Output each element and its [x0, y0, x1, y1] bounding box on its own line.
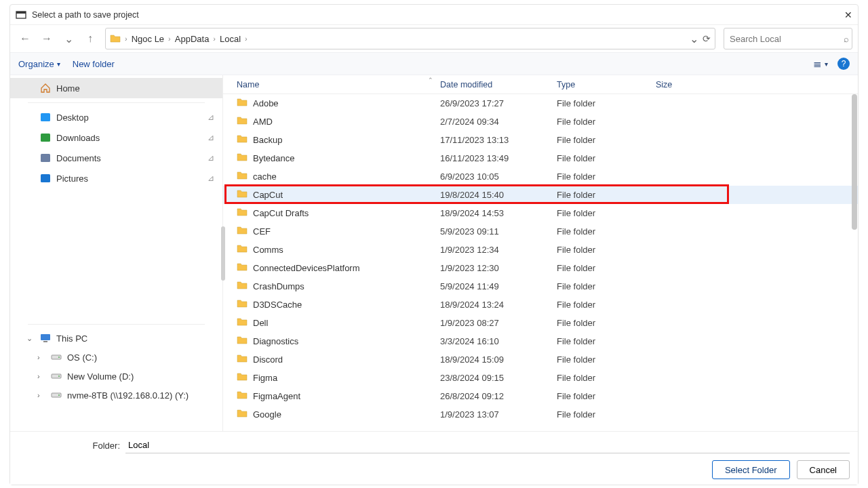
- pin-icon[interactable]: ⊿: [208, 153, 214, 163]
- file-date: 1/9/2023 13:07: [440, 409, 557, 420]
- expand-icon[interactable]: ›: [37, 372, 45, 380]
- file-type: File folder: [557, 336, 656, 346]
- column-date[interactable]: Date modified: [440, 80, 557, 89]
- tree-item-drive[interactable]: ›nvme-8TB (\\192.168.0.12) (Y:): [10, 386, 222, 405]
- file-row[interactable]: Dell1/9/2023 08:27File folder: [223, 314, 858, 332]
- file-row[interactable]: cache6/9/2023 10:05File folder: [223, 167, 858, 186]
- file-date: 2/7/2024 09:34: [440, 117, 557, 127]
- file-row[interactable]: FigmaAgent26/8/2024 09:12File folder: [223, 387, 858, 405]
- nav-toolbar: ← → ⌄ ↑ › Ngoc Le›AppData›Local› ⌄ ⟳ ⌕: [10, 25, 858, 52]
- nav-forward-button[interactable]: →: [37, 29, 56, 48]
- tree-item-drive[interactable]: ›New Volume (D:): [10, 367, 222, 386]
- tree-item-drive[interactable]: ›OS (C:): [10, 348, 222, 367]
- file-type: File folder: [557, 135, 656, 145]
- file-date: 18/9/2024 13:24: [440, 300, 557, 310]
- svg-rect-6: [41, 334, 50, 340]
- file-row[interactable]: CrashDumps5/9/2024 11:49File folder: [223, 277, 858, 296]
- file-list-pane: Name ⌃ Date modified Type Size Adobe26/9…: [223, 75, 858, 431]
- scrollbar-thumb[interactable]: [852, 94, 857, 230]
- pin-icon[interactable]: ⊿: [208, 174, 214, 183]
- search-icon: ⌕: [844, 34, 849, 44]
- file-row[interactable]: D3DSCache18/9/2024 13:24File folder: [223, 296, 858, 314]
- pin-icon[interactable]: ⊿: [208, 113, 214, 122]
- column-type[interactable]: Type: [557, 80, 656, 89]
- file-row[interactable]: Backup17/11/2023 13:13File folder: [223, 131, 858, 149]
- cancel-button[interactable]: Cancel: [797, 460, 850, 479]
- file-date: 23/8/2024 09:15: [440, 373, 557, 383]
- chevron-right-icon: ›: [168, 35, 171, 43]
- column-size[interactable]: Size: [656, 80, 717, 89]
- folder-icon: [237, 207, 248, 220]
- expand-icon[interactable]: ›: [37, 391, 45, 399]
- search-box[interactable]: ⌕: [724, 28, 852, 49]
- new-folder-button[interactable]: New folder: [73, 59, 115, 69]
- sidebar-item-desktop[interactable]: Desktop⊿: [10, 107, 222, 127]
- tree-item-this-pc[interactable]: ⌄ This PC: [10, 329, 222, 348]
- expand-icon[interactable]: ⌄: [26, 334, 35, 343]
- folder-icon: [237, 262, 248, 274]
- svg-rect-3: [41, 134, 50, 142]
- file-row[interactable]: Discord18/9/2024 15:09File folder: [223, 350, 858, 369]
- file-row[interactable]: ConnectedDevicesPlatform1/9/2023 12:30Fi…: [223, 259, 858, 277]
- folder-icon: [110, 33, 121, 44]
- file-row[interactable]: CapCut19/8/2024 15:40File folder: [223, 186, 858, 204]
- file-name: Figma: [253, 373, 277, 383]
- file-date: 19/8/2024 15:40: [440, 190, 557, 200]
- organize-menu[interactable]: Organize▾: [18, 59, 60, 69]
- sidebar-item-home[interactable]: Home: [10, 78, 222, 98]
- expand-icon[interactable]: ›: [37, 353, 45, 361]
- help-icon[interactable]: ?: [837, 58, 850, 70]
- folder-icon: [237, 188, 248, 201]
- file-row[interactable]: Diagnostics3/3/2024 16:10File folder: [223, 332, 858, 350]
- path-dropdown-icon[interactable]: ⌄: [690, 33, 698, 45]
- svg-point-9: [58, 357, 60, 358]
- file-name: Adobe: [253, 98, 279, 108]
- file-row[interactable]: Bytedance16/11/2023 13:49File folder: [223, 149, 858, 167]
- file-row[interactable]: CEF5/9/2023 09:11File folder: [223, 222, 858, 241]
- view-mode-button[interactable]: ≣ ▾: [813, 58, 828, 70]
- file-name: Bytedance: [253, 153, 294, 163]
- file-name: Discord: [253, 354, 283, 365]
- pc-icon: [40, 333, 51, 344]
- file-row[interactable]: Comms1/9/2023 12:34File folder: [223, 241, 858, 259]
- refresh-icon[interactable]: ⟳: [703, 33, 711, 44]
- file-name: CapCut: [253, 190, 283, 200]
- folder-icon: [237, 225, 248, 238]
- file-list[interactable]: Adobe26/9/2023 17:27File folderAMD2/7/20…: [223, 94, 858, 431]
- file-row[interactable]: Adobe26/9/2023 17:27File folder: [223, 94, 858, 113]
- folder-name-input[interactable]: [125, 437, 850, 453]
- file-name: ConnectedDevicesPlatform: [253, 263, 360, 273]
- file-row[interactable]: Figma23/8/2024 09:15File folder: [223, 369, 858, 387]
- file-row[interactable]: Google1/9/2023 13:07File folder: [223, 405, 858, 424]
- file-row[interactable]: CapCut Drafts18/9/2024 14:53File folder: [223, 204, 858, 222]
- svg-rect-2: [41, 113, 50, 121]
- file-name: FigmaAgent: [253, 391, 300, 401]
- sidebar-item-documents[interactable]: Documents⊿: [10, 148, 222, 168]
- breadcrumb-segment[interactable]: AppData›: [175, 34, 216, 44]
- file-type: File folder: [557, 318, 656, 328]
- pin-icon[interactable]: ⊿: [208, 133, 214, 142]
- folder-icon: [237, 243, 248, 256]
- breadcrumb-segment[interactable]: Ngoc Le›: [132, 34, 171, 44]
- breadcrumb-segment[interactable]: Local›: [220, 34, 248, 44]
- nav-up-button[interactable]: ↑: [81, 29, 100, 48]
- file-name: cache: [253, 171, 277, 182]
- file-type: File folder: [557, 98, 656, 108]
- sidebar-item-pictures[interactable]: Pictures⊿: [10, 168, 222, 188]
- file-name: Backup: [253, 135, 282, 145]
- desktop-icon: [40, 112, 51, 123]
- scrollbar-track[interactable]: [851, 94, 858, 431]
- close-icon[interactable]: ✕: [844, 9, 852, 20]
- nav-recent-button[interactable]: ⌄: [59, 29, 78, 48]
- address-bar[interactable]: › Ngoc Le›AppData›Local› ⌄ ⟳: [105, 28, 715, 49]
- sidebar-item-downloads[interactable]: Downloads⊿: [10, 127, 222, 148]
- nav-back-button[interactable]: ←: [16, 29, 35, 48]
- file-row[interactable]: AMD2/7/2024 09:34File folder: [223, 113, 858, 131]
- select-folder-button[interactable]: Select Folder: [712, 460, 790, 479]
- folder-icon: [237, 353, 248, 366]
- sidebar-home-label: Home: [56, 83, 80, 94]
- column-name[interactable]: Name ⌃: [237, 80, 440, 89]
- file-type: File folder: [557, 354, 656, 365]
- file-type: File folder: [557, 281, 656, 291]
- search-input[interactable]: [730, 34, 844, 44]
